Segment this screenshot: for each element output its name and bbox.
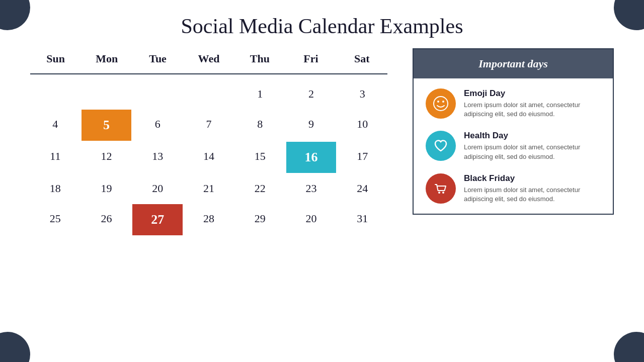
- svg-point-4: [442, 192, 444, 194]
- event-text-0: Emoji DayLorem ipsum dolor sit amet, con…: [464, 88, 601, 119]
- day-header-fri: Fri: [285, 48, 336, 69]
- calendar-cell: 17: [337, 142, 387, 173]
- calendar-cell: [184, 79, 234, 109]
- calendar-cell: 27: [132, 204, 183, 235]
- event-item-2: Black FridayLorem ipsum dolor sit amet, …: [426, 173, 601, 204]
- event-item-0: Emoji DayLorem ipsum dolor sit amet, con…: [426, 88, 601, 119]
- calendar-cell: 20: [286, 204, 337, 235]
- svg-point-3: [438, 192, 440, 194]
- calendar-cell: 18: [30, 174, 80, 203]
- calendar-cell: 25: [30, 204, 80, 235]
- calendar-cell: 5: [82, 110, 132, 141]
- calendar-cell: [30, 79, 80, 109]
- calendar-cell: 2: [286, 79, 337, 109]
- calendar-cell: 10: [337, 110, 387, 141]
- calendar-body: 1234567891011121314151617181920212223242…: [30, 79, 387, 235]
- corner-decoration-bl: [0, 332, 30, 362]
- svg-point-0: [434, 97, 448, 111]
- calendar-cell: 4: [30, 110, 80, 141]
- calendar-cell: 14: [184, 142, 234, 173]
- calendar-cell: 29: [235, 204, 285, 235]
- event-text-1: Health DayLorem ipsum dolor sit amet, co…: [464, 131, 601, 161]
- day-header-tue: Tue: [132, 48, 183, 69]
- calendar-cell: 9: [286, 110, 337, 141]
- event-name-2: Black Friday: [464, 173, 601, 184]
- calendar-row-0: 123: [30, 79, 387, 109]
- calendar-cell: 19: [82, 174, 132, 203]
- calendar-cell: 28: [184, 204, 234, 235]
- event-icon-1: [426, 131, 456, 161]
- calendar-header-row: SunMonTueWedThuFriSat: [30, 48, 387, 74]
- panel-header-title: Important days: [478, 57, 548, 70]
- calendar-cell: 7: [184, 110, 234, 141]
- day-header-wed: Wed: [183, 48, 234, 69]
- svg-point-2: [442, 101, 444, 103]
- page-title: Social Media Calendar Examples: [0, 0, 644, 48]
- calendar-cell: 15: [235, 142, 285, 173]
- event-desc-0: Lorem ipsum dolor sit amet, consectetur …: [464, 101, 601, 119]
- day-header-sat: Sat: [337, 48, 387, 69]
- calendar-cell: 20: [132, 174, 183, 203]
- calendar-cell: 6: [132, 110, 183, 141]
- calendar-cell: 16: [286, 142, 337, 173]
- event-item-1: Health DayLorem ipsum dolor sit amet, co…: [426, 131, 601, 161]
- event-name-0: Emoji Day: [464, 88, 601, 99]
- calendar-row-1: 45678910: [30, 110, 387, 141]
- calendar-cell: 26: [82, 204, 132, 235]
- calendar-cell: 21: [184, 174, 234, 203]
- event-name-1: Health Day: [464, 131, 601, 141]
- day-header-sun: Sun: [30, 48, 81, 69]
- day-header-mon: Mon: [81, 48, 132, 69]
- calendar-cell: 24: [337, 174, 387, 203]
- calendar-row-2: 11121314151617: [30, 142, 387, 173]
- calendar-cell: 13: [132, 142, 183, 173]
- calendar-cell: 11: [30, 142, 80, 173]
- calendar-cell: 23: [286, 174, 337, 203]
- event-icon-2: [426, 173, 456, 204]
- calendar-cell: 12: [82, 142, 132, 173]
- main-content: SunMonTueWedThuFriSat 123456789101112131…: [0, 48, 644, 235]
- calendar-cell: 22: [235, 174, 285, 203]
- calendar-cell: 3: [337, 79, 387, 109]
- panel-header: Important days: [414, 49, 613, 78]
- calendar-cell: [132, 79, 183, 109]
- event-desc-2: Lorem ipsum dolor sit amet, consectetur …: [464, 186, 601, 204]
- calendar-cell: [82, 79, 132, 109]
- event-icon-0: [426, 88, 456, 119]
- calendar-cell: 1: [235, 79, 285, 109]
- calendar-row-3: 18192021222324: [30, 174, 387, 203]
- event-text-2: Black FridayLorem ipsum dolor sit amet, …: [464, 173, 601, 204]
- calendar-grid: SunMonTueWedThuFriSat 123456789101112131…: [30, 48, 387, 235]
- corner-decoration-br: [614, 332, 644, 362]
- calendar-section: SunMonTueWedThuFriSat 123456789101112131…: [30, 48, 387, 235]
- calendar-cell: 8: [235, 110, 285, 141]
- important-days-panel: Important days Emoji DayLorem ipsum dolo…: [413, 48, 614, 215]
- calendar-row-4: 25262728292031: [30, 204, 387, 235]
- day-header-thu: Thu: [234, 48, 285, 69]
- panel-body: Emoji DayLorem ipsum dolor sit amet, con…: [414, 78, 613, 214]
- calendar-cell: 31: [337, 204, 387, 235]
- svg-point-1: [437, 101, 439, 103]
- event-desc-1: Lorem ipsum dolor sit amet, consectetur …: [464, 143, 601, 161]
